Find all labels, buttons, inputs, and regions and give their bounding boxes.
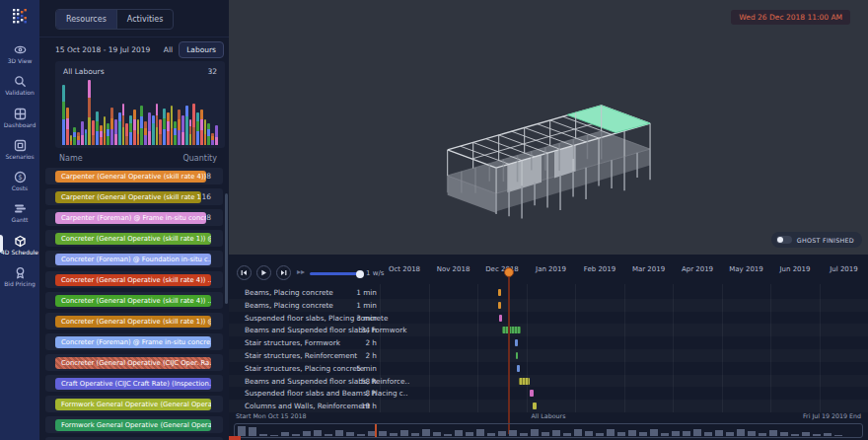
resource-row[interactable]: Concreter (Foreman) @ Frame in-situ conc… [45,333,223,350]
step-forward-button[interactable] [276,265,291,280]
sidebar-item-dashboard[interactable]: Dashboard [0,103,39,134]
task-row[interactable]: Stair structures, Reinforcement2 h [229,349,868,362]
resource-list-scrollbar[interactable] [225,193,228,304]
resource-row[interactable]: Concreter (Foreman) @ Foundation in-situ… [45,251,223,267]
task-duration: 3 min [331,314,377,323]
resource-row[interactable]: Carpenter (General Operative (skill rate… [45,168,223,184]
overview-bar [780,432,788,436]
task-name: Beams, Placing concrete [245,288,333,297]
overview-bar [487,433,495,436]
gantt-bars-icon [14,202,27,215]
column-name: Name [59,154,83,163]
sidebar-item-bid-pricing[interactable]: Bid Pricing [0,261,39,293]
overview-bar [476,429,484,436]
overview-playhead[interactable] [375,424,377,437]
speed-slider[interactable] [310,272,361,275]
month-label: Jul 2019 [820,265,868,273]
histogram-bar [204,119,207,145]
task-duration: 2 h [331,351,377,360]
histogram-bar [125,123,128,145]
task-row[interactable]: Stair structures, Formwork2 h [229,336,868,349]
histogram-bar [174,121,177,145]
resource-row[interactable]: Concreter (General Operative (CIJC Oper.… [45,354,223,371]
sidebar-item-label: 4D Schedule [1,250,38,256]
resource-table-header: Name Quantity [59,154,217,163]
resource-pill: Carpenter (Foreman) @ Frame in-situ conc… [55,212,206,224]
sidebar-item-costs[interactable]: $ Costs [0,166,39,197]
resource-row[interactable]: Concreter (General Operative (skill rate… [45,292,223,309]
month-label: Mar 2019 [624,265,674,273]
histogram-bar [178,110,181,145]
resource-row[interactable]: Formwork General Operative (General Oper… [45,416,223,433]
scroll-fragment [229,436,241,440]
task-row[interactable]: Beams, Placing concrete1 min [229,286,868,299]
task-row[interactable]: Stair structures, Placing concrete5 min [229,362,868,375]
3d-building-model[interactable] [426,81,683,257]
filter-all-button[interactable]: All [158,42,179,57]
histogram-bar [81,121,84,145]
task-row[interactable]: Suspended floor slabs, Placing concrete3… [229,312,868,325]
overview-labels: Start Mon Oct 15 2018 All Labours Fri Ju… [236,412,861,421]
step-back-button[interactable] [237,265,252,280]
month-grid-line [429,284,430,412]
sidebar-item-label: Validation [5,90,35,96]
histogram-bar [122,104,125,145]
month-label: Oct 2018 [380,265,429,273]
task-row[interactable]: Beams, Placing concrete1 min [229,299,868,312]
task-duration: 1 min [331,301,377,310]
overview-bar [802,432,810,436]
task-bar [498,302,501,309]
play-button[interactable] [256,265,271,280]
resource-row[interactable]: Carpenter (Foreman) @ Frame in-situ conc… [45,209,223,226]
resource-row[interactable]: Concreter (General Operative (skill rate… [45,313,223,330]
resource-row[interactable]: Craft Operative (CIJC Craft Rate) (Inspe… [45,375,223,392]
task-bar [519,378,530,385]
month-label: Feb 2019 [575,265,624,273]
resource-row[interactable]: Concreter (General Operative (skill rate… [45,271,223,288]
histogram-bar [77,132,80,145]
histogram-bar [140,106,143,145]
resource-row[interactable]: Formwork General Operative (General Oper… [45,396,223,412]
histogram-bar [200,110,203,145]
sidebar-item-label: Gantt [12,217,29,223]
ghost-finished-toggle[interactable]: GHOST FINISHED [771,232,862,248]
speed-slider-knob[interactable] [356,270,364,278]
3d-viewport[interactable]: Wed 26 Dec 2018 11:00 AM GHOST FINISHED [229,0,868,255]
sidebar-item-scenarios[interactable]: Scenarios [0,134,39,166]
resource-row[interactable]: Carpenter (General Operative (skill rate… [45,188,223,205]
histogram-bar [100,125,103,145]
model-highlight-slab [567,106,650,133]
filter-labours-button[interactable]: Labours [179,41,224,58]
task-row[interactable]: Columns and Walls, Reinforcement19 h [229,400,868,412]
overview-bar [433,432,441,436]
tab-resources[interactable]: Resources [56,10,116,29]
overview-bar [737,429,745,436]
timeline-overview[interactable] [234,423,863,438]
task-duration: 1 min [331,288,377,297]
histogram-bar [107,123,109,145]
month-grid-line [673,284,674,412]
task-bar [502,327,521,333]
histogram-bar [129,115,132,145]
task-duration: 58 h [331,377,377,386]
overview-bar [411,433,419,436]
overview-bar [715,430,723,436]
resources-panel: Resources Activities 15 Oct 2018 - 19 Ju… [39,0,229,440]
task-row[interactable]: Suspended floor slabs and Beams, Placing… [229,387,868,400]
overview-bar [390,433,398,436]
month-grid-line [624,284,625,412]
icon-sidebar: 3D View Validation Dashboard Scenarios $… [0,0,39,440]
sidebar-item-4d-schedule[interactable]: 4D Schedule [0,230,39,261]
histogram-bar [92,120,95,145]
task-row[interactable]: Beams and Suspended floor slabs, Reinfor… [229,375,868,388]
overview-bar [498,431,506,436]
tab-activities[interactable]: Activities [116,10,174,29]
fast-forward-icon[interactable]: ▸▸ [297,267,305,276]
playhead-knob[interactable] [504,267,514,277]
task-bar [516,352,518,359]
sidebar-item-validation[interactable]: Validation [0,70,39,102]
resource-row[interactable]: Concreter (General Operative (skill rate… [45,230,223,247]
sidebar-item-3d-view[interactable]: 3D View [0,38,39,70]
sidebar-item-gantt[interactable]: Gantt [0,197,39,229]
task-row[interactable]: Beams and Suspended floor slabs, Formwor… [229,324,868,336]
